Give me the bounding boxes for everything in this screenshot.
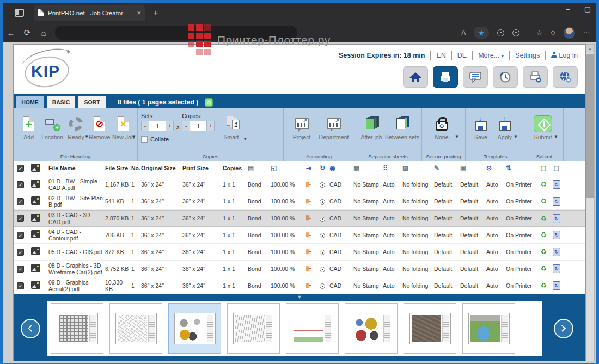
sets-minus-button[interactable]: - (141, 121, 149, 131)
pen-settings-icon[interactable]: ⊙ (486, 164, 492, 172)
page-thumbnail-landscape[interactable] (462, 303, 515, 354)
location-button[interactable]: +Location (40, 112, 64, 140)
folding-icon[interactable]: ▨ (402, 164, 408, 172)
row-checkbox[interactable]: ✓ (17, 198, 24, 205)
department-button[interactable]: Department (316, 112, 351, 140)
reload-page-icon[interactable]: ↻ (553, 248, 560, 256)
page-thumbnail-siteplan[interactable] (109, 303, 162, 354)
browser-tab[interactable]: PrintPRO.net - Job Creator × (34, 5, 145, 21)
favorite-button[interactable]: ★ (474, 27, 489, 39)
file-preview-icon[interactable] (31, 214, 40, 222)
remove-button[interactable]: ⊘Remove (88, 112, 111, 140)
vertical-scrollbar[interactable]: ▲ (586, 44, 595, 361)
project-button[interactable]: Project (287, 112, 316, 140)
pen-icon[interactable]: ✎ (434, 164, 439, 172)
secure-printing-button[interactable]: ⊙None▼ (425, 112, 458, 140)
page-thumbnail-contour[interactable] (227, 303, 280, 354)
smart-copies-button[interactable]: 1 Smart ...▼ (222, 112, 246, 143)
apply-template-button[interactable]: ↑Apply▼ (493, 112, 517, 140)
rotation-radio[interactable] (320, 267, 325, 272)
reload-page-icon[interactable]: ↻ (553, 214, 560, 223)
rotation-radio[interactable] (320, 250, 325, 255)
copies-plus-button[interactable]: + (206, 121, 215, 131)
collections-icon[interactable]: ☆ (536, 29, 542, 36)
window-maximize-button[interactable]: ▢ (584, 5, 591, 13)
row-checkbox[interactable]: ✓ (17, 215, 24, 222)
reload-page-icon[interactable]: ↻ (553, 180, 560, 189)
submit-button[interactable]: Submit▼ (529, 112, 557, 140)
alignment-setting-icon[interactable]: ⊪ (306, 198, 311, 205)
refresh-file-icon[interactable]: ♻ (540, 248, 547, 256)
collapse-panel-bar[interactable]: ▼ (14, 294, 585, 301)
page-thumbnail-elevation[interactable] (286, 303, 339, 354)
copies-minus-button[interactable]: - (182, 121, 190, 131)
tab-home[interactable]: HOME (16, 96, 44, 108)
punch-icon[interactable]: ⠿ (383, 164, 388, 172)
browser-essentials-icon[interactable] (497, 29, 504, 36)
row-checkbox[interactable]: ✓ (17, 282, 24, 289)
collate-checkbox[interactable]: Collate (141, 136, 215, 143)
file-preview-icon[interactable] (31, 230, 40, 238)
file-row[interactable]: ✓01 D - BW - Simple CAD A.pdf1,167 KB136… (14, 176, 585, 193)
reload-page-icon[interactable]: ↻ (553, 264, 560, 273)
column-header-file_name[interactable]: File Name (48, 165, 105, 171)
copies-value[interactable]: 1 (190, 121, 206, 131)
scale-icon[interactable]: ◱ (271, 164, 277, 172)
reload-page-icon[interactable]: ↻ (553, 281, 560, 290)
status-info-icon[interactable]: ⊙ (205, 98, 213, 107)
sets-value[interactable]: 1 (149, 121, 166, 131)
history-button[interactable] (493, 66, 518, 88)
page-thumbnail-cad3d[interactable] (168, 303, 221, 354)
job-creator-button[interactable] (433, 66, 458, 88)
refresh-file-icon[interactable]: ♻ (540, 214, 547, 223)
alignment-setting-icon[interactable]: ⊪ (306, 181, 311, 188)
alignment-setting-icon[interactable]: ⊪ (306, 282, 311, 289)
doc-icon[interactable]: ▢ (553, 164, 559, 172)
ready-button[interactable]: Ready▼ (64, 112, 88, 140)
file-preview-icon[interactable] (31, 196, 40, 205)
lang-en-link[interactable]: EN (436, 52, 445, 59)
reload-page-icon[interactable]: ↻ (553, 197, 560, 206)
back-button[interactable]: ← (3, 28, 19, 38)
reload-page-icon[interactable]: ↻ (553, 231, 560, 239)
column-header-copies[interactable]: Copies (223, 165, 248, 171)
file-preview-icon[interactable] (31, 180, 40, 188)
more-menu-icon[interactable]: ⋯ (583, 29, 590, 36)
select-all-checkbox[interactable]: ✓ (17, 165, 24, 172)
refresh-file-icon[interactable]: ♻ (540, 264, 547, 273)
file-preview-icon[interactable] (31, 247, 40, 255)
file-preview-icon[interactable] (31, 281, 40, 289)
file-row[interactable]: ✓08 D - Graphics - 3D Wireframe Car(2).p… (14, 261, 585, 277)
settings-link[interactable]: Settings (515, 52, 540, 59)
between-sets-button[interactable]: Between sets (385, 112, 419, 140)
mirror-icon[interactable]: ⇅ (506, 164, 511, 172)
file-row[interactable]: ✓04 D - CAD - Contour.pdf706 KB136" x 24… (14, 227, 585, 244)
tab-basic[interactable]: BASIC (47, 96, 75, 108)
thumbnails-scroll-left[interactable] (14, 301, 47, 356)
after-job-button[interactable]: After job (358, 112, 385, 140)
profile-avatar[interactable] (564, 27, 575, 39)
column-header-print_size[interactable]: Print Size (182, 165, 223, 171)
extensions-icon[interactable]: ◇ (551, 29, 555, 36)
rotation-radio[interactable] (320, 217, 325, 222)
home-button[interactable] (403, 66, 428, 88)
scrollbar-thumb[interactable] (586, 54, 594, 198)
login-link[interactable]: Log In (551, 52, 578, 59)
alignment-setting-icon[interactable]: ⊪ (306, 265, 311, 273)
column-header-no[interactable]: No. (131, 165, 141, 171)
row-checkbox[interactable]: ✓ (17, 249, 24, 256)
media-type-icon[interactable]: ▤ (248, 164, 254, 172)
new-job-button[interactable]: ✕New Job▼ (112, 112, 135, 140)
add-button[interactable]: +Add (17, 112, 40, 140)
column-header-original_size[interactable]: Original Size (141, 165, 182, 171)
row-checkbox[interactable]: ✓ (17, 232, 24, 239)
new-tab-button[interactable]: + (153, 8, 158, 18)
refresh-file-icon[interactable]: ♻ (540, 281, 547, 289)
refresh-file-icon[interactable]: ♻ (540, 231, 547, 239)
green-doc-icon[interactable]: ▢ (540, 164, 546, 172)
refresh-file-icon[interactable]: ♻ (540, 180, 547, 188)
refresh-file-icon[interactable]: ♻ (540, 197, 547, 205)
alignment-setting-icon[interactable]: ⊪ (306, 248, 311, 256)
alignment-setting-icon[interactable]: ⊪ (306, 231, 311, 239)
sets-plus-button[interactable]: + (166, 121, 174, 131)
